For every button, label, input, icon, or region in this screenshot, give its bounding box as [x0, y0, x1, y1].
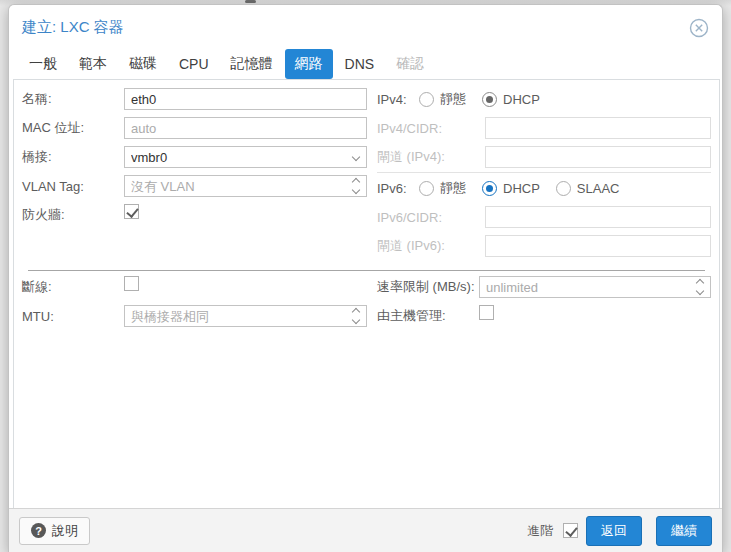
mac-input[interactable]: [124, 117, 367, 139]
vlan-row: VLAN Tag:: [22, 175, 367, 197]
disconnect-checkbox[interactable]: [124, 276, 139, 291]
advanced-right-column: 速率限制 (MB/s): 由主機管理:: [377, 276, 711, 334]
chevron-down-icon[interactable]: [346, 147, 366, 167]
tab-network[interactable]: 網路: [285, 49, 333, 79]
vlan-label: VLAN Tag:: [22, 179, 124, 194]
ipv4-cidr-input: [485, 117, 711, 139]
spinner-icons[interactable]: [690, 277, 710, 297]
ipv4-dhcp-label: DHCP: [503, 92, 540, 107]
ipv6-gateway-input: [485, 235, 711, 257]
back-button[interactable]: 返回: [586, 516, 642, 546]
tab-disks[interactable]: 磁碟: [119, 49, 167, 79]
help-button-label: 說明: [52, 522, 78, 540]
mac-label: MAC 位址:: [22, 119, 124, 137]
spinner-icons[interactable]: [346, 306, 366, 326]
ipv4-cidr-row: IPv4/CIDR:: [377, 117, 711, 139]
ipv6-slaac-option: SLAAC: [556, 181, 620, 196]
host-managed-checkbox[interactable]: [479, 305, 494, 320]
firewall-label: 防火牆:: [22, 206, 124, 224]
ipv6-dhcp-label: DHCP: [503, 181, 540, 196]
bridge-label: 橋接:: [22, 148, 124, 166]
firewall-row: 防火牆:: [22, 204, 367, 226]
ipv4-mode-row: IPv4: 靜態 DHCP: [377, 88, 711, 110]
rate-limit-row: 速率限制 (MB/s):: [377, 276, 711, 298]
ipv6-label: IPv6:: [377, 181, 419, 196]
advanced-section-divider: [28, 270, 705, 271]
ipv4-gateway-label: 閘道 (IPv4):: [377, 148, 485, 166]
ipv6-static-label: 靜態: [440, 179, 466, 197]
host-managed-row: 由主機管理:: [377, 305, 711, 327]
tab-confirm: 確認: [386, 49, 434, 79]
mtu-label: MTU:: [22, 309, 124, 324]
ipv6-mode-row: IPv6: 靜態 DHCP SLAAC: [377, 177, 711, 199]
tab-dns[interactable]: DNS: [335, 50, 385, 78]
ipv4-ipv6-separator: [377, 172, 711, 173]
ipv4-label: IPv4:: [377, 92, 419, 107]
ipv4-static-option: 靜態: [419, 90, 466, 108]
mtu-stepper[interactable]: [124, 305, 367, 327]
ipv6-cidr-row: IPv6/CIDR:: [377, 206, 711, 228]
help-button[interactable]: ? 說明: [19, 517, 90, 545]
ipv6-static-option: 靜態: [419, 179, 466, 197]
dialog-title: 建立: LXC 容器: [22, 18, 124, 37]
bridge-row: 橋接:: [22, 146, 367, 168]
background-window-artifact: [245, 0, 256, 3]
ipv6-slaac-radio[interactable]: [556, 181, 571, 196]
advanced-left-column: 斷線: MTU:: [22, 276, 367, 334]
ipv6-gateway-row: 閘道 (IPv6):: [377, 235, 711, 257]
disconnect-label: 斷線:: [22, 278, 124, 296]
dialog-header: 建立: LXC 容器: [9, 5, 722, 47]
advanced-label: 進階: [527, 522, 553, 540]
close-icon[interactable]: [688, 17, 710, 39]
footer-actions: 進階 返回 繼續: [527, 516, 712, 546]
wizard-tab-bar: 一般 範本 磁碟 CPU 記憶體 網路 DNS 確認: [19, 49, 712, 79]
name-label: 名稱:: [22, 90, 124, 108]
ipv4-cidr-label: IPv4/CIDR:: [377, 121, 485, 136]
spinner-icons[interactable]: [346, 176, 366, 196]
tab-template[interactable]: 範本: [69, 49, 117, 79]
ipv6-dhcp-radio[interactable]: [482, 181, 497, 196]
host-managed-label: 由主機管理:: [377, 307, 479, 325]
rate-limit-label: 速率限制 (MB/s):: [377, 278, 479, 296]
left-column: 名稱: MAC 位址: 橋接: VLAN Tag:: [22, 88, 367, 233]
question-icon: ?: [31, 523, 46, 538]
ipv6-cidr-label: IPv6/CIDR:: [377, 210, 485, 225]
ipv4-static-radio[interactable]: [419, 92, 434, 107]
disconnect-row: 斷線:: [22, 276, 367, 298]
tab-cpu[interactable]: CPU: [169, 50, 219, 78]
network-form-panel: 名稱: MAC 位址: 橋接: VLAN Tag:: [13, 79, 720, 509]
mac-row: MAC 位址:: [22, 117, 367, 139]
ipv4-static-label: 靜態: [440, 90, 466, 108]
ipv6-gateway-label: 閘道 (IPv6):: [377, 237, 485, 255]
name-row: 名稱:: [22, 88, 367, 110]
dialog-footer: ? 說明 進階 返回 繼續: [9, 508, 722, 552]
tab-general[interactable]: 一般: [19, 49, 67, 79]
next-button[interactable]: 繼續: [656, 516, 712, 546]
right-column: IPv4: 靜態 DHCP IPv4/CIDR: 閘道 (IPv4):: [377, 88, 711, 264]
tab-memory[interactable]: 記憶體: [221, 49, 283, 79]
ipv4-gateway-row: 閘道 (IPv4):: [377, 146, 711, 168]
ipv6-dhcp-option: DHCP: [482, 181, 540, 196]
vlan-stepper[interactable]: [124, 175, 367, 197]
ipv6-slaac-label: SLAAC: [577, 181, 620, 196]
create-lxc-dialog: 建立: LXC 容器 一般 範本 磁碟 CPU 記憶體 網路 DNS 確認 名稱…: [8, 4, 723, 552]
name-input[interactable]: [124, 88, 367, 110]
mtu-row: MTU:: [22, 305, 367, 327]
rate-limit-stepper[interactable]: [479, 276, 711, 298]
ipv6-static-radio[interactable]: [419, 181, 434, 196]
ipv6-cidr-input: [485, 206, 711, 228]
bridge-select[interactable]: [124, 146, 367, 168]
advanced-checkbox[interactable]: [563, 523, 578, 538]
ipv4-dhcp-radio[interactable]: [482, 92, 497, 107]
ipv4-gateway-input: [485, 146, 711, 168]
firewall-checkbox[interactable]: [124, 204, 139, 219]
ipv4-dhcp-option: DHCP: [482, 92, 540, 107]
